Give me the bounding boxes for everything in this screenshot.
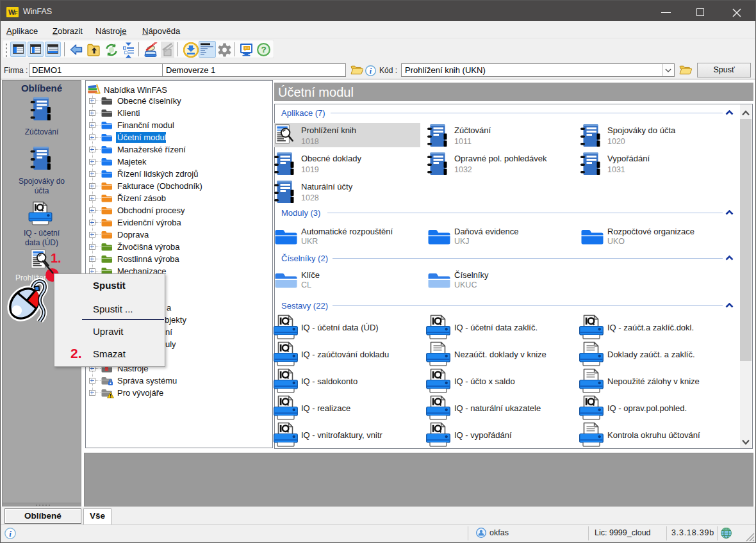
svg-text:?: ? [261, 45, 266, 54]
svg-text:i: i [9, 529, 12, 539]
